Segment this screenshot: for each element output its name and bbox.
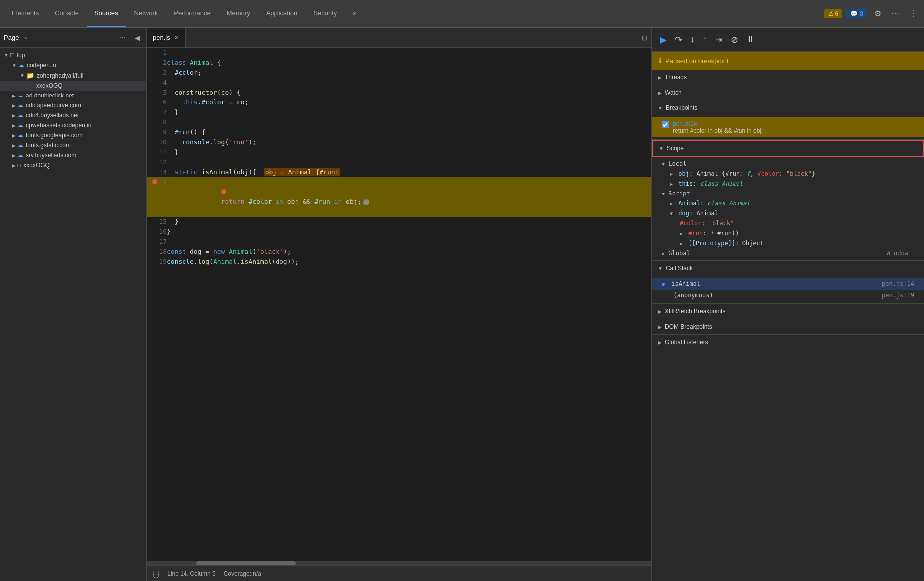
call-stack-item-anonymous[interactable]: (anonymous) pen.js:19 <box>652 290 924 301</box>
sidebar-nav-back-button[interactable]: ◀ <box>133 33 142 43</box>
format-toggle-button[interactable]: ⊟ <box>638 32 651 44</box>
info-badge[interactable]: 💬 8 <box>846 9 867 18</box>
tab-application[interactable]: Application <box>258 0 306 27</box>
global-value: Window <box>887 250 908 257</box>
call-stack-fn-anonymous: (anonymous) <box>673 292 713 299</box>
remote-devices-button[interactable]: ⋯ <box>888 7 902 20</box>
tab-performance[interactable]: Performance <box>166 0 218 27</box>
pause-on-exception-button[interactable]: ⏸ <box>743 32 758 47</box>
code-line-14: 14 return #color in obj && #run in obj; <box>147 177 651 217</box>
paused-text: Paused on breakpoint <box>665 57 728 65</box>
active-call-dot: ● <box>662 281 665 287</box>
call-stack-header[interactable]: ▼ Call Stack <box>652 261 924 276</box>
step-button[interactable]: ⇥ <box>712 32 726 47</box>
threads-header[interactable]: ▶ Threads <box>652 70 924 85</box>
warn-badge[interactable]: ⚠ 6 <box>824 9 843 18</box>
paused-banner: ℹ Paused on breakpoint <box>652 52 924 70</box>
tree-item-label-gstatic: fonts.gstatic.com <box>26 142 71 149</box>
deactivate-button[interactable]: ⊘ <box>728 32 741 47</box>
watch-header[interactable]: ▶ Watch <box>652 85 924 100</box>
breakpoint-execution-dot <box>221 189 226 194</box>
tree-item-xxqxOGQ-bottom[interactable]: ▶ □ xxqxOGQ <box>0 160 146 170</box>
global-expand-arrow[interactable]: ▶ <box>662 251 665 256</box>
call-stack-content: ● isAnimal pen.js:14 (anonymous) pen.js:… <box>652 276 924 303</box>
watch-label: Watch <box>665 89 682 96</box>
global-listeners-arrow: ▶ <box>658 340 662 345</box>
sidebar-expand-button[interactable]: » <box>22 34 29 42</box>
code-line-9: 9 #run() { <box>147 127 651 137</box>
code-line-19: 19 console.log(Animal.isAnimal(dog)); <box>147 257 651 267</box>
dom-breakpoints-arrow: ▶ <box>658 324 662 330</box>
script-label: Script <box>668 190 690 197</box>
breakpoint-checkbox-1[interactable] <box>662 121 669 128</box>
editor-tab-penjs[interactable]: pen.js × <box>147 28 186 47</box>
cursor-position: Line 14, Column 5 <box>167 570 215 577</box>
tree-item-label-xxqxOGQ2: xxqxOGQ <box>23 162 50 169</box>
info-count: 8 <box>860 10 863 17</box>
scope-dog-color-key: #color <box>680 220 701 227</box>
scope-dog-run: ▶ #run: f #run() <box>652 228 924 238</box>
editor-tab-close-button[interactable]: × <box>173 34 180 42</box>
format-button[interactable]: { } <box>153 570 159 578</box>
obj-expand[interactable]: ▶ <box>670 171 673 177</box>
sidebar-dots-button[interactable]: ··· <box>119 33 126 42</box>
tree-item-gstatic[interactable]: ▶ ☁ fonts.gstatic.com <box>0 140 146 150</box>
cloud-icon-doubleclick: ☁ <box>17 92 23 99</box>
scrollbar-thumb[interactable] <box>196 561 296 565</box>
script-expand-arrow[interactable]: ▼ <box>662 191 665 196</box>
dog-run-expand[interactable]: ▶ <box>680 231 683 236</box>
call-stack-fn-isAnimal: isAnimal <box>671 280 700 287</box>
xhr-breakpoints-header[interactable]: ▶ XHR/fetch Breakpoints <box>652 304 924 319</box>
local-expand-arrow[interactable]: ▼ <box>662 161 665 167</box>
resume-button[interactable]: ▶ <box>657 32 670 47</box>
tree-item-xxqxOGQ-selected[interactable]: — xxqxOGQ <box>0 81 146 91</box>
dog-proto-expand[interactable]: ▶ <box>680 241 683 246</box>
tree-item-googleapis[interactable]: ▶ ☁ fonts.googleapis.com <box>0 130 146 140</box>
info-icon: 💬 <box>850 10 858 17</box>
tab-network[interactable]: Network <box>126 0 166 27</box>
tree-item-codepen[interactable]: ▼ ☁ codepen.io <box>0 60 146 70</box>
scope-header[interactable]: ▼ Scope <box>652 140 924 157</box>
tab-memory[interactable]: Memory <box>219 0 258 27</box>
sidebar-page-tab[interactable]: Page <box>4 34 19 41</box>
global-listeners-header[interactable]: ▶ Global Listeners <box>652 335 924 350</box>
dog-expand[interactable]: ▼ <box>670 211 673 216</box>
tree-item-speedcurve[interactable]: ▶ ☁ cdn.speedcurve.com <box>0 100 146 110</box>
cloud-icon-codepen: ☁ <box>18 62 24 69</box>
dom-breakpoints-label: DOM Breakpoints <box>665 323 712 330</box>
tree-root-top[interactable]: ▼ □ top <box>0 50 146 60</box>
expand-arrow-codepen: ▼ <box>12 63 17 68</box>
tree-item-cpwebassets[interactable]: ▶ ☁ cpwebassets.codepen.io <box>0 120 146 130</box>
breakpoints-header[interactable]: ▼ Breakpoints <box>652 100 924 115</box>
right-panel-scroll[interactable]: ▶ Threads ▶ Watch ▼ Breakpoints <box>652 70 924 581</box>
tree-root-label: top <box>17 52 25 59</box>
step-out-button[interactable]: ↑ <box>700 32 710 47</box>
tree-item-zoherghadyali[interactable]: ▼ 📁 zoherghadyali/full <box>0 70 146 81</box>
step-into-button[interactable]: ↓ <box>687 32 698 47</box>
cloud-icon-googleapis: ☁ <box>17 132 23 139</box>
more-options-button[interactable]: ⋮ <box>906 7 920 20</box>
expand-arrow-speedcurve: ▶ <box>12 103 16 108</box>
global-label: Global <box>668 250 690 257</box>
horizontal-scrollbar[interactable] <box>147 561 651 565</box>
tree-item-srvbuysellads[interactable]: ▶ ☁ srv.buysellads.com <box>0 150 146 160</box>
code-editor[interactable]: 1 2 class Animal { 3 #color; 4 <box>147 48 651 561</box>
this-expand[interactable]: ▶ <box>670 181 673 187</box>
tree-item-doubleclick[interactable]: ▶ ☁ ad.doubleclick.net <box>0 91 146 100</box>
tab-more[interactable]: » <box>345 0 364 27</box>
scope-this: ▶ this: class Animal <box>652 179 924 189</box>
tree-item-buysellads4[interactable]: ▶ ☁ cdn4.buysellads.net <box>0 110 146 120</box>
cloud-icon-cpwebassets: ☁ <box>17 122 23 129</box>
dom-breakpoints-section: ▶ DOM Breakpoints <box>652 319 924 335</box>
tab-sources[interactable]: Sources <box>87 0 126 27</box>
step-over-button[interactable]: ↷ <box>672 32 685 47</box>
tab-security[interactable]: Security <box>305 0 345 27</box>
scope-obj-key: obj <box>678 170 689 177</box>
call-stack-item-isAnimal[interactable]: ● isAnimal pen.js:14 <box>652 278 924 290</box>
settings-button[interactable]: ⚙ <box>871 7 884 20</box>
call-stack-section: ▼ Call Stack ● isAnimal pen.js:14 <box>652 261 924 304</box>
tab-elements[interactable]: Elements <box>4 0 47 27</box>
animal-expand[interactable]: ▶ <box>670 201 673 206</box>
dom-breakpoints-header[interactable]: ▶ DOM Breakpoints <box>652 319 924 334</box>
tab-console[interactable]: Console <box>47 0 87 27</box>
